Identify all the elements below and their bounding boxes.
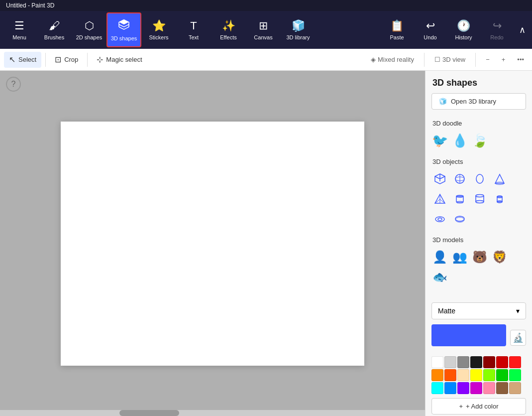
more-options-button[interactable]: •••	[513, 54, 528, 65]
view-3d-icon: ☐	[434, 56, 440, 63]
material-dropdown[interactable]: Matte ▾	[431, 302, 526, 319]
view-3d-button[interactable]: ☐ 3D view	[430, 54, 469, 65]
models-grid: 👤 👥 🐻 🦁 🐟	[426, 248, 532, 291]
shapes-2d-icon: ⬡	[85, 19, 94, 32]
object-cube[interactable]	[430, 169, 449, 188]
material-label: Matte	[438, 307, 455, 315]
shapes-2d-button[interactable]: ⬡ 2D shapes	[72, 12, 106, 47]
right-panel: 3D shapes 🧊 Open 3D library 3D doodle 🐦 …	[425, 71, 532, 416]
color-purple[interactable]	[457, 382, 469, 394]
color-brown[interactable]	[496, 382, 508, 394]
color-peach[interactable]	[457, 369, 469, 381]
model-bear[interactable]: 🐻	[470, 248, 489, 267]
zoom-in-button[interactable]: +	[498, 54, 510, 65]
toolbar-divider-4	[475, 53, 476, 67]
object-sphere[interactable]	[450, 169, 469, 188]
redo-button[interactable]: ↪ Redo	[481, 12, 513, 47]
color-gray[interactable]	[457, 356, 469, 368]
help-button[interactable]: ?	[6, 77, 21, 92]
stickers-icon: ⭐	[152, 19, 166, 32]
toolbar-divider-2	[87, 53, 88, 67]
doodle-shape-3[interactable]: 🍃	[470, 131, 489, 150]
color-preview[interactable]	[431, 324, 506, 346]
objects-grid	[426, 169, 532, 233]
color-magenta[interactable]	[470, 382, 482, 394]
text-label: Text	[189, 34, 199, 40]
select-button[interactable]: ↖ Select	[4, 52, 41, 68]
doodle-section-label: 3D doodle	[426, 117, 532, 131]
library-label: 3D library	[286, 34, 310, 40]
color-green[interactable]	[496, 369, 508, 381]
object-capsule[interactable]	[490, 189, 509, 208]
app-title: Untitled - Paint 3D	[6, 2, 54, 9]
model-person-2[interactable]: 👥	[450, 248, 469, 267]
color-red[interactable]	[496, 356, 508, 368]
main-content: ? 3D shapes 🧊 Open 3D library 3D doodle …	[0, 71, 532, 416]
color-darkred[interactable]	[483, 356, 495, 368]
color-lime[interactable]	[483, 369, 495, 381]
drawing-canvas[interactable]	[61, 122, 364, 366]
object-torus[interactable]	[430, 209, 449, 228]
magic-select-label: Magic select	[106, 56, 142, 63]
eyedropper-button[interactable]: 🔬	[510, 330, 526, 346]
color-pink[interactable]	[483, 382, 495, 394]
secondary-toolbar: ↖ Select ⊡ Crop ⊹ Magic select ◈ Mixed r…	[0, 49, 532, 71]
add-color-label: + Add color	[466, 403, 498, 410]
collapse-button[interactable]: ∧	[514, 12, 530, 47]
object-cylinder[interactable]	[470, 189, 489, 208]
history-icon: 🕐	[457, 19, 470, 32]
svg-point-3	[476, 174, 483, 183]
effects-button[interactable]: ✨ Effects	[211, 12, 246, 47]
library-button[interactable]: 🧊 3D library	[281, 12, 316, 47]
models-section-label: 3D models	[426, 233, 532, 248]
color-darkorange[interactable]	[444, 369, 456, 381]
color-brightred[interactable]	[509, 356, 521, 368]
brushes-button[interactable]: 🖌 Brushes	[37, 12, 72, 47]
paste-button[interactable]: 📋 Paste	[381, 12, 413, 47]
zoom-out-button[interactable]: −	[482, 54, 494, 65]
history-button[interactable]: 🕐 History	[447, 12, 480, 47]
color-black[interactable]	[470, 356, 482, 368]
object-egg[interactable]	[470, 169, 489, 188]
model-cat[interactable]: 🦁	[490, 248, 509, 267]
color-brightgreen[interactable]	[509, 369, 521, 381]
shapes-3d-button[interactable]: 3D shapes	[106, 12, 141, 47]
canvas-area[interactable]: ?	[0, 71, 425, 416]
color-lightgray[interactable]	[444, 356, 456, 368]
model-fish[interactable]: 🐟	[430, 268, 449, 286]
text-button[interactable]: T Text	[176, 12, 211, 47]
mixed-reality-label: Mixed reality	[378, 56, 414, 63]
sec-toolbar-right: ◈ Mixed reality ☐ 3D view − + •••	[367, 53, 528, 67]
color-orange[interactable]	[431, 369, 443, 381]
object-pyramid[interactable]	[430, 189, 449, 208]
add-color-button[interactable]: + + Add color	[431, 398, 526, 415]
mixed-reality-button[interactable]: ◈ Mixed reality	[367, 54, 418, 65]
doodle-shape-2[interactable]: 💧	[450, 131, 469, 150]
model-person-1[interactable]: 👤	[430, 248, 449, 267]
open-library-button[interactable]: 🧊 Open 3D library	[431, 93, 526, 110]
undo-button[interactable]: ↩ Undo	[414, 12, 446, 47]
open-library-icon: 🧊	[439, 98, 447, 105]
scrollbar-thumb[interactable]	[119, 410, 179, 416]
color-blue[interactable]	[444, 382, 456, 394]
color-white[interactable]	[431, 356, 443, 368]
object-donut[interactable]	[450, 209, 469, 228]
library-icon: 🧊	[292, 19, 305, 32]
title-bar: Untitled - Paint 3D	[0, 0, 532, 11]
crop-button[interactable]: ⊡ Crop	[50, 52, 83, 68]
object-cone[interactable]	[490, 169, 509, 188]
canvas-button[interactable]: ⊞ Canvas	[246, 12, 281, 47]
doodle-shape-1[interactable]: 🐦	[430, 131, 449, 150]
color-yellow[interactable]	[470, 369, 482, 381]
crop-label: Crop	[64, 56, 78, 63]
menu-button[interactable]: ☰ Menu	[2, 12, 37, 47]
color-cyan[interactable]	[431, 382, 443, 394]
eyedropper-icon: 🔬	[513, 332, 524, 343]
magic-select-button[interactable]: ⊹ Magic select	[92, 52, 147, 68]
stickers-button[interactable]: ⭐ Stickers	[141, 12, 176, 47]
object-tube[interactable]	[450, 189, 469, 208]
svg-point-17	[438, 218, 442, 221]
color-tan[interactable]	[509, 382, 521, 394]
undo-label: Undo	[424, 34, 436, 40]
horizontal-scrollbar[interactable]	[0, 410, 425, 416]
